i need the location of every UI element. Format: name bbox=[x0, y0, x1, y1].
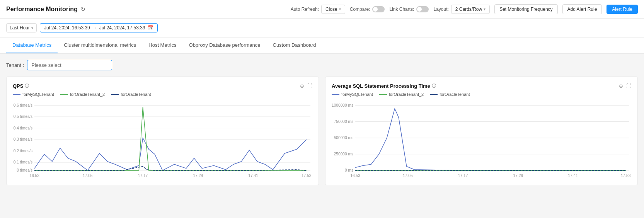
legend-line-oracle2-2 bbox=[379, 94, 387, 95]
legend-item-oracle2-2: forOracleTenant_2 bbox=[379, 92, 424, 97]
avg-sql-svg: 1000000 ms 750000 ms 500000 ms 250000 ms… bbox=[332, 101, 631, 179]
qps-chart-title: QPS ⓘ bbox=[13, 83, 29, 89]
tenant-label: Tenant : bbox=[6, 62, 24, 68]
svg-text:17:17: 17:17 bbox=[458, 174, 468, 178]
toggle-knob-2 bbox=[417, 7, 422, 12]
time-separator: → bbox=[92, 25, 97, 31]
avg-sql-chart-actions: ⊕ ⛶ bbox=[619, 83, 631, 89]
svg-text:0.1 times/s: 0.1 times/s bbox=[14, 160, 32, 164]
avg-sql-chart-card: Average SQL Statement Processing Time ⓘ … bbox=[325, 77, 638, 185]
svg-text:16:53: 16:53 bbox=[29, 174, 39, 178]
calendar-icon[interactable]: 📅 bbox=[148, 25, 153, 31]
chevron-down-icon-2: ▾ bbox=[484, 7, 486, 11]
layout-control: Layout: 2 Cards/Row ▾ bbox=[433, 5, 490, 14]
avg-sql-legend: forMySQLTenant forOracleTenant_2 forOrac… bbox=[332, 92, 631, 97]
pin-icon[interactable]: ⊕ bbox=[300, 83, 304, 89]
time-range-select[interactable]: Last Hour ▾ bbox=[6, 23, 37, 32]
compare-label: Compare: bbox=[350, 7, 370, 12]
start-time: Jul 24, 2024, 16:53:39 bbox=[44, 25, 90, 31]
svg-text:17:05: 17:05 bbox=[403, 174, 413, 178]
svg-text:17:41: 17:41 bbox=[248, 174, 258, 178]
link-charts-label: Link Charts: bbox=[389, 7, 414, 12]
tabs-container: Database Metrics Cluster multidimensiona… bbox=[0, 37, 644, 54]
end-time: Jul 24, 2024, 17:53:39 bbox=[99, 25, 145, 31]
qps-chart-actions: ⊕ ⛶ bbox=[300, 83, 312, 89]
content-area: Tenant : QPS ⓘ ⊕ ⛶ forMySQLTenant bbox=[0, 54, 644, 191]
compare-control: Compare: bbox=[350, 6, 385, 12]
legend-line-oracle-2 bbox=[430, 94, 438, 95]
qps-info-icon[interactable]: ⓘ bbox=[25, 83, 29, 89]
tab-host-metrics[interactable]: Host Metrics bbox=[142, 37, 182, 53]
link-charts-toggle[interactable] bbox=[416, 6, 429, 12]
link-charts-control: Link Charts: bbox=[389, 6, 429, 12]
svg-text:750000 ms: 750000 ms bbox=[334, 119, 353, 124]
compare-toggle[interactable] bbox=[372, 6, 385, 12]
svg-text:17:53: 17:53 bbox=[621, 174, 631, 178]
svg-text:17:17: 17:17 bbox=[138, 174, 148, 178]
layout-dropdown[interactable]: 2 Cards/Row ▾ bbox=[451, 5, 490, 14]
legend-item-oracle: forOracleTenant bbox=[111, 92, 151, 97]
tab-obproxy[interactable]: Obproxy Database performance bbox=[183, 37, 267, 53]
auto-refresh-label: Auto Refresh: bbox=[291, 7, 319, 12]
tab-database-metrics[interactable]: Database Metrics bbox=[6, 37, 58, 53]
svg-text:17:29: 17:29 bbox=[193, 174, 203, 178]
qps-chart-header: QPS ⓘ ⊕ ⛶ bbox=[13, 83, 312, 89]
legend-item-mysql: forMySQLTenant bbox=[13, 92, 54, 97]
pin-icon-2[interactable]: ⊕ bbox=[619, 83, 623, 89]
svg-text:17:05: 17:05 bbox=[83, 174, 93, 178]
expand-icon-2[interactable]: ⛶ bbox=[626, 83, 631, 89]
avg-sql-chart-title: Average SQL Statement Processing Time ⓘ bbox=[332, 83, 436, 89]
time-range-input[interactable]: Jul 24, 2024, 16:53:39 → Jul 24, 2024, 1… bbox=[40, 23, 158, 32]
legend-line-oracle bbox=[111, 94, 119, 95]
charts-row: QPS ⓘ ⊕ ⛶ forMySQLTenant forOracleTenant… bbox=[6, 77, 638, 185]
qps-chart-area: 0.6 times/s 0.5 times/s 0.4 times/s 0.3 … bbox=[13, 101, 312, 179]
layout-label: Layout: bbox=[433, 7, 448, 12]
legend-line-mysql-2 bbox=[332, 94, 339, 95]
tabs: Database Metrics Cluster multidimensiona… bbox=[6, 37, 638, 53]
time-bar: Last Hour ▾ Jul 24, 2024, 16:53:39 → Jul… bbox=[0, 19, 644, 37]
tenant-row: Tenant : bbox=[6, 60, 638, 70]
avg-sql-chart-header: Average SQL Statement Processing Time ⓘ … bbox=[332, 83, 631, 89]
tab-cluster-metrics[interactable]: Cluster multidimensional metrics bbox=[58, 37, 142, 53]
legend-item-oracle2: forOracleTenant_2 bbox=[60, 92, 105, 97]
avg-sql-info-icon[interactable]: ⓘ bbox=[432, 83, 436, 89]
auto-refresh-control: Auto Refresh: Close ▾ bbox=[291, 5, 345, 14]
legend-item-mysql-2: forMySQLTenant bbox=[332, 92, 373, 97]
svg-text:17:29: 17:29 bbox=[513, 174, 523, 178]
toggle-knob bbox=[373, 7, 378, 12]
header: Performance Monitoring ↻ Auto Refresh: C… bbox=[0, 0, 644, 19]
svg-text:1000000 ms: 1000000 ms bbox=[332, 103, 353, 107]
qps-chart-card: QPS ⓘ ⊕ ⛶ forMySQLTenant forOracleTenant… bbox=[6, 77, 319, 185]
legend-item-oracle-2: forOracleTenant bbox=[430, 92, 470, 97]
set-monitoring-frequency-button[interactable]: Set Monitoring Frequency bbox=[494, 4, 557, 14]
svg-text:0.4 times/s: 0.4 times/s bbox=[14, 126, 32, 130]
page-title: Performance Monitoring bbox=[6, 6, 78, 13]
svg-text:250000 ms: 250000 ms bbox=[334, 152, 353, 156]
chevron-down-icon: ▾ bbox=[339, 7, 341, 11]
svg-text:0.3 times/s: 0.3 times/s bbox=[14, 137, 32, 141]
avg-sql-chart-area: 1000000 ms 750000 ms 500000 ms 250000 ms… bbox=[332, 101, 631, 179]
chevron-down-icon-3: ▾ bbox=[31, 26, 33, 30]
svg-text:0 times/s: 0 times/s bbox=[17, 168, 32, 172]
alert-rule-button[interactable]: Alert Rule bbox=[607, 5, 638, 14]
svg-text:0 ms: 0 ms bbox=[345, 168, 353, 172]
legend-line-oracle2 bbox=[60, 94, 68, 95]
svg-text:0.2 times/s: 0.2 times/s bbox=[14, 148, 32, 153]
svg-text:17:53: 17:53 bbox=[302, 174, 312, 178]
svg-text:0.5 times/s: 0.5 times/s bbox=[14, 114, 32, 119]
qps-legend: forMySQLTenant forOracleTenant_2 forOrac… bbox=[13, 92, 312, 97]
tenant-select-input[interactable] bbox=[27, 60, 112, 70]
add-alert-rule-button[interactable]: Add Alert Rule bbox=[562, 4, 602, 14]
tab-custom-dashboard[interactable]: Custom Dashboard bbox=[267, 37, 322, 53]
qps-svg: 0.6 times/s 0.5 times/s 0.4 times/s 0.3 … bbox=[13, 101, 312, 179]
expand-icon[interactable]: ⛶ bbox=[307, 83, 312, 89]
refresh-icon[interactable]: ↻ bbox=[81, 6, 85, 12]
svg-text:17:41: 17:41 bbox=[568, 174, 578, 178]
svg-text:500000 ms: 500000 ms bbox=[334, 136, 353, 140]
legend-line-mysql bbox=[13, 94, 20, 95]
auto-refresh-dropdown[interactable]: Close ▾ bbox=[321, 5, 345, 14]
header-left: Performance Monitoring ↻ bbox=[6, 6, 85, 13]
svg-text:0.6 times/s: 0.6 times/s bbox=[14, 103, 32, 107]
header-right: Auto Refresh: Close ▾ Compare: Link Char… bbox=[291, 4, 638, 14]
svg-text:16:53: 16:53 bbox=[350, 174, 360, 178]
